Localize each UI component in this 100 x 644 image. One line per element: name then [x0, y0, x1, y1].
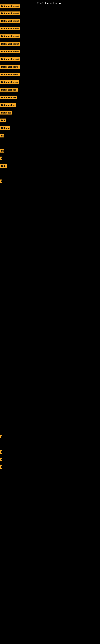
bottleneck-result-badge[interactable]: Bottleneck res — [0, 88, 18, 92]
bottleneck-badge-container: Bottleneck result — [0, 42, 20, 46]
bottleneck-badge-container: B — [0, 180, 2, 184]
bottleneck-badge-container: Bottleneck result — [0, 4, 20, 9]
bottleneck-badge-container: Bottleneck resul — [0, 73, 20, 77]
bottleneck-badge-container: Bo — [0, 134, 3, 138]
bottleneck-badge-container: Bottl — [0, 164, 7, 169]
bottleneck-result-badge[interactable]: Bottleneck result — [0, 19, 20, 23]
bottleneck-result-badge[interactable]: Bo — [0, 149, 3, 152]
bottleneck-badge-container: Bottlenec — [0, 111, 12, 115]
bottleneck-result-badge[interactable]: b — [0, 458, 2, 461]
bottleneck-badge-container: Bottleneck result — [0, 57, 20, 62]
bottleneck-result-badge[interactable]: Bott — [0, 118, 6, 122]
bottleneck-result-badge[interactable]: Bottleneck result — [0, 50, 20, 53]
bottleneck-badge-container: Bottleneck resu — [0, 80, 19, 85]
bottleneck-result-badge[interactable]: b — [0, 465, 2, 469]
bottleneck-badge-container: Bottleneck res — [0, 88, 18, 92]
bottleneck-result-badge[interactable]: Bottlene — [0, 126, 10, 130]
bottleneck-badge-container: Bo — [0, 149, 3, 153]
bottleneck-result-badge[interactable]: Bottleneck resul — [0, 65, 20, 69]
bottleneck-result-badge[interactable]: Bottlenec — [0, 111, 12, 114]
bottleneck-badge-container: | — [0, 435, 1, 439]
bottleneck-result-badge[interactable]: Bottleneck result — [0, 27, 20, 30]
bottleneck-result-badge[interactable]: Bo — [0, 134, 3, 138]
bottleneck-badge-container: Bottleneck resul — [0, 65, 20, 70]
bottleneck-result-badge[interactable]: Bottl — [0, 164, 7, 168]
bottleneck-badge-container: Bottleneck result — [0, 34, 20, 39]
bottleneck-result-badge[interactable]: Bottleneck result — [0, 34, 20, 38]
bottleneck-result-badge[interactable]: B — [0, 180, 2, 183]
bottleneck-badge-container: | — [0, 450, 1, 454]
bottleneck-badge-container: Bott — [0, 118, 6, 123]
bottleneck-result-badge[interactable]: Bottleneck result — [0, 12, 20, 15]
bottleneck-result-badge[interactable]: Bottleneck resu — [0, 80, 19, 84]
bottleneck-badge-container: Bottleneck result — [0, 12, 20, 16]
bottleneck-badge-container: Bottleneck re — [0, 103, 16, 108]
bottleneck-result-badge[interactable]: Bottleneck resul — [0, 73, 20, 76]
bottleneck-result-badge[interactable]: Bottleneck result — [0, 4, 20, 8]
bottleneck-badge-container: b — [0, 465, 2, 470]
bottleneck-badge-container: Bottleneck result — [0, 50, 20, 54]
bottleneck-result-badge[interactable]: Bottleneck result — [0, 57, 20, 61]
bottleneck-result-badge[interactable]: Bottleneck re — [0, 103, 16, 107]
bottleneck-result-badge[interactable]: | — [0, 450, 2, 454]
bottleneck-result-badge[interactable]: Bottleneck result — [0, 42, 20, 46]
bottleneck-badge-container: Bottlene — [0, 126, 10, 130]
bottleneck-badge-container: B — [0, 156, 2, 161]
bottleneck-result-badge[interactable]: B — [0, 156, 2, 160]
bottleneck-result-badge[interactable]: Bottleneck res — [0, 96, 17, 99]
bottleneck-badge-container: Bottleneck result — [0, 27, 20, 31]
bottleneck-badge-container: Bottleneck result — [0, 19, 20, 24]
bottleneck-badge-container: b — [0, 458, 2, 462]
bottleneck-result-badge[interactable]: | — [0, 435, 2, 438]
bottleneck-badge-container: Bottleneck res — [0, 96, 17, 100]
